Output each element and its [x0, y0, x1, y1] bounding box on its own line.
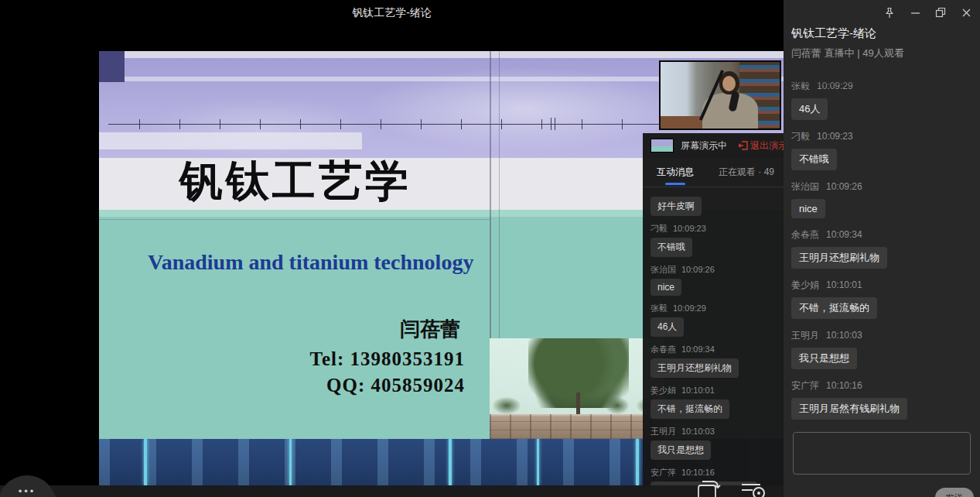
chat-sidebar: 钒钛工艺学-绪论 闫蓓蕾 直播中 | 49人观看 张毅10:09:29 46人 … — [784, 0, 980, 497]
slide-qq: QQ: 405859024 — [310, 375, 466, 396]
chat-username: 余春燕 — [650, 344, 676, 354]
minimize-icon — [910, 8, 920, 18]
restore-icon — [935, 7, 946, 18]
sidebar-message-list: 张毅10:09:29 46人 刁毅10:09:23 不错哦 张治国10:09:2… — [791, 80, 974, 424]
chat-bubble: nice — [791, 199, 825, 218]
exit-arrow-icon — [738, 141, 748, 150]
chat-message: 姜少娟10:10:01 不错，挺流畅的 — [650, 385, 776, 419]
chat-message-meta: 张毅10:09:29 — [650, 303, 776, 314]
slide-tree-photo — [490, 338, 664, 439]
message-input[interactable] — [793, 432, 971, 475]
chat-message: 姜少娟10:10:01 不错，挺流畅的 — [791, 279, 974, 319]
chat-username: 刁毅 — [650, 224, 668, 233]
chat-message-meta: 张治国10:09:26 — [791, 180, 974, 194]
chat-message-meta: 余春燕10:09:34 — [650, 344, 776, 355]
minimize-button[interactable] — [907, 5, 923, 19]
chat-message-meta: 王明月10:10:03 — [791, 329, 974, 342]
chat-username: 刁毅 — [791, 131, 810, 142]
chat-message: 张治国10:09:26 nice — [650, 264, 776, 296]
switch-layout-button[interactable] — [695, 478, 721, 497]
chat-bubble: 我只是想想 — [650, 440, 711, 460]
chat-bubble: 不错哦 — [791, 149, 837, 170]
interaction-panel: 屏幕演示中 退出演示 互动消息 正在观看 · 49 — [643, 133, 784, 485]
message-list-icon — [739, 478, 767, 497]
chat-timestamp: 10:09:34 — [826, 229, 862, 240]
slide-ruler-line — [108, 118, 681, 130]
chat-bubble: 王明月还想刷礼物 — [791, 247, 887, 269]
message-list-button[interactable] — [739, 478, 767, 497]
presenting-status-row: 屏幕演示中 退出演示 — [643, 133, 784, 156]
sidebar-course-title: 钒钛工艺学-绪论 — [791, 26, 876, 41]
chat-message-meta: 刁毅10:09:23 — [650, 223, 776, 235]
chat-bubble: 不错，挺流畅的 — [650, 399, 729, 419]
chat-bubble: 好牛皮啊 — [650, 197, 702, 216]
chat-message-meta: 王明月10:10:03 — [650, 426, 776, 437]
chat-username: 张毅 — [791, 81, 810, 91]
chat-bubble: 不错哦 — [650, 238, 692, 257]
chat-message: 刁毅10:09:23 不错哦 — [791, 130, 974, 170]
slide-contact-block: 闫蓓蕾 Tel: 13980353191 QQ: 405859024 — [310, 316, 466, 401]
slide-tel: Tel: 13980353191 — [310, 348, 466, 370]
chat-timestamp: 10:10:03 — [826, 330, 862, 341]
switch-layout-icon — [695, 478, 721, 497]
panel-tabs: 互动消息 正在观看 · 49 — [643, 159, 784, 187]
pin-button[interactable] — [882, 5, 897, 19]
restore-button[interactable] — [933, 5, 948, 19]
live-class-window: 钒钛工艺学-绪论 钒钛工艺学 Vanadium and titanium tec… — [0, 0, 980, 497]
chat-message: 安广萍10:10:16 王明月居然有钱刷礼物 — [791, 379, 974, 420]
chat-timestamp: 10:09:29 — [673, 303, 706, 313]
chat-bubble: 王明月还想刷礼物 — [650, 358, 739, 378]
video-stage: 钒钛工艺学-绪论 钒钛工艺学 Vanadium and titanium tec… — [0, 0, 784, 497]
more-dots-icon: ••• — [0, 485, 56, 497]
chat-username: 安广萍 — [650, 468, 676, 477]
chat-username: 姜少娟 — [791, 279, 819, 290]
chat-message: 王明月10:10:03 我只是想想 — [650, 426, 776, 460]
chat-username: 姜少娟 — [650, 386, 676, 395]
chat-message-meta: 安广萍10:10:16 — [791, 379, 974, 392]
send-button[interactable]: 发送 — [935, 488, 974, 497]
chat-message: 刁毅10:09:23 不错哦 — [650, 223, 776, 257]
more-menu-button[interactable]: ••• — [0, 475, 56, 497]
chat-username: 张治国 — [791, 181, 819, 192]
chat-message-meta: 张毅10:09:29 — [791, 80, 974, 93]
tab-interactive-messages[interactable]: 互动消息 — [657, 159, 694, 187]
chat-message: 张毅10:09:29 46人 — [650, 303, 776, 337]
exit-presentation-button[interactable]: 退出演示 — [738, 139, 784, 153]
active-tab-underline — [665, 183, 685, 185]
overlay-message-list: 好牛皮啊 刁毅10:09:23 不错哦 张治国10:09:26 ni — [643, 187, 784, 485]
slide-subtitle: Vanadium and titanium technology — [148, 250, 658, 275]
chat-username: 安广萍 — [791, 380, 819, 391]
presenter-webcam[interactable] — [659, 60, 781, 130]
chat-username: 余春燕 — [791, 229, 819, 240]
chat-message-meta: 张治国10:09:26 — [650, 264, 776, 276]
bottom-toolbar — [0, 485, 784, 497]
close-button[interactable] — [958, 5, 974, 19]
slide-title: 钒钛工艺学 — [179, 153, 644, 211]
slide-mini-thumbnail — [650, 139, 674, 153]
chat-timestamp: 10:10:16 — [826, 380, 862, 391]
chat-timestamp: 10:09:23 — [673, 224, 706, 233]
window-controls — [882, 5, 974, 19]
chat-username: 张毅 — [650, 303, 668, 313]
close-icon — [961, 8, 971, 18]
chat-message-meta: 姜少娟10:10:01 — [650, 385, 776, 396]
slide-author: 闫蓓蕾 — [310, 316, 466, 343]
tab-viewers[interactable]: 正在观看 · 49 — [719, 159, 774, 187]
chat-message-meta: 安广萍10:10:16 — [650, 467, 776, 478]
stage-title: 钒钛工艺学-绪论 — [0, 6, 784, 20]
chat-username: 张治国 — [650, 265, 676, 274]
chat-bubble: 不错，挺流畅的 — [791, 297, 877, 319]
chat-timestamp: 10:09:23 — [817, 131, 853, 142]
chat-message-meta: 刁毅10:09:23 — [791, 130, 974, 143]
chat-bubble: 46人 — [791, 98, 828, 120]
chat-message: 余春燕10:09:34 王明月还想刷礼物 — [650, 344, 776, 378]
chat-message: 张治国10:09:26 nice — [791, 180, 974, 218]
chat-timestamp: 10:10:16 — [681, 468, 715, 477]
chat-message: 余春燕10:09:34 王明月还想刷礼物 — [791, 228, 974, 269]
chat-timestamp: 10:10:01 — [681, 386, 715, 395]
chat-username: 王明月 — [650, 427, 676, 436]
sidebar-live-status: 闫蓓蕾 直播中 | 49人观看 — [791, 46, 904, 60]
chat-bubble: 我只是想想 — [791, 348, 857, 369]
chat-message-meta: 余春燕10:09:34 — [791, 228, 974, 242]
chat-message: 张毅10:09:29 46人 — [791, 80, 974, 120]
